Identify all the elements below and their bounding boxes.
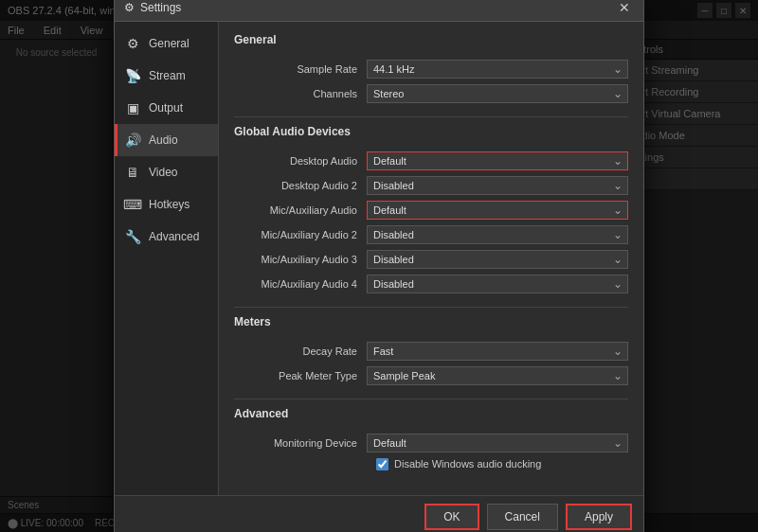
desktop-audio-row: Desktop Audio Default Disabled — [234, 151, 628, 170]
meters-section: Meters Decay Rate Fast Medium Slow Pe — [234, 315, 628, 385]
meters-title: Meters — [234, 315, 628, 332]
peak-meter-dropdown-wrapper: Sample Peak True Peak — [367, 366, 628, 385]
sample-rate-dropdown[interactable]: 44.1 kHz 48 kHz — [367, 60, 628, 79]
ok-button[interactable]: OK — [424, 504, 478, 530]
nav-label-hotkeys: Hotkeys — [149, 198, 190, 211]
mic-audio-dropdown-wrapper: Default Disabled — [367, 201, 628, 220]
divider-3 — [234, 399, 628, 399]
mic-audio-4-dropdown-wrapper: Disabled Default — [367, 275, 628, 293]
nav-item-video[interactable]: 🖥 Video — [115, 156, 218, 188]
desktop-audio-2-dropdown-wrapper: Disabled Default — [367, 176, 628, 195]
mic-audio-2-dropdown-wrapper: Disabled Default — [367, 225, 628, 244]
global-audio-title: Global Audio Devices — [234, 125, 628, 142]
nav-item-general[interactable]: ⚙ General — [115, 27, 218, 60]
modal-overlay: ⚙ Settings ✕ ⚙ General 📡 Stream ▣ Output — [0, 0, 758, 532]
nav-label-video: Video — [149, 166, 177, 179]
nav-label-output: Output — [149, 101, 183, 115]
settings-dialog: ⚙ Settings ✕ ⚙ General 📡 Stream ▣ Output — [114, 0, 644, 532]
mic-audio-4-label: Mic/Auxiliary Audio 4 — [234, 278, 367, 290]
monitoring-device-label: Monitoring Device — [234, 437, 367, 449]
channels-label: Channels — [234, 88, 367, 99]
audio-nav-icon: 🔊 — [124, 132, 141, 149]
decay-rate-dropdown[interactable]: Fast Medium Slow — [367, 342, 628, 361]
nav-label-advanced: Advanced — [149, 230, 199, 243]
nav-item-audio[interactable]: 🔊 Audio — [115, 124, 218, 156]
sample-rate-dropdown-wrapper: 44.1 kHz 48 kHz — [367, 60, 628, 79]
mic-audio-label: Mic/Auxiliary Audio — [234, 204, 367, 216]
nav-label-audio: Audio — [149, 133, 178, 147]
divider-2 — [234, 307, 628, 308]
peak-meter-dropdown[interactable]: Sample Peak True Peak — [367, 366, 628, 385]
desktop-audio-label: Desktop Audio — [234, 155, 367, 167]
decay-rate-label: Decay Rate — [234, 346, 367, 357]
monitoring-device-dropdown-wrapper: Default — [367, 434, 628, 452]
monitoring-device-row: Monitoring Device Default — [234, 434, 628, 452]
nav-label-general: General — [149, 37, 190, 50]
video-icon: 🖥 — [124, 164, 141, 181]
mic-audio-3-dropdown-wrapper: Disabled Default — [367, 250, 628, 269]
mic-audio-2-label: Mic/Auxiliary Audio 2 — [234, 229, 367, 240]
audio-ducking-checkbox[interactable] — [376, 458, 388, 470]
settings-icon: ⚙ — [124, 1, 135, 14]
desktop-audio-2-label: Desktop Audio 2 — [234, 180, 367, 191]
mic-audio-4-row: Mic/Auxiliary Audio 4 Disabled Default — [234, 275, 628, 293]
channels-dropdown[interactable]: Stereo Mono — [367, 84, 628, 103]
mic-audio-3-dropdown[interactable]: Disabled Default — [367, 250, 628, 269]
dialog-title: ⚙ Settings — [124, 1, 181, 14]
decay-rate-dropdown-wrapper: Fast Medium Slow — [367, 342, 628, 361]
channels-row: Channels Stereo Mono — [234, 84, 628, 103]
mic-audio-3-label: Mic/Auxiliary Audio 3 — [234, 254, 367, 265]
mic-audio-2-dropdown[interactable]: Disabled Default — [367, 225, 628, 244]
desktop-audio-dropdown[interactable]: Default Disabled — [367, 151, 628, 170]
mic-audio-3-row: Mic/Auxiliary Audio 3 Disabled Default — [234, 250, 628, 269]
stream-icon: 📡 — [124, 67, 141, 84]
desktop-audio-dropdown-wrapper: Default Disabled — [367, 151, 628, 170]
nav-label-stream: Stream — [149, 69, 186, 82]
nav-item-stream[interactable]: 📡 Stream — [115, 60, 218, 92]
settings-content: General Sample Rate 44.1 kHz 48 kHz Chan… — [219, 22, 643, 495]
dialog-title-bar: ⚙ Settings ✕ — [115, 0, 643, 22]
sample-rate-row: Sample Rate 44.1 kHz 48 kHz — [234, 60, 628, 79]
apply-button[interactable]: Apply — [566, 504, 632, 530]
hotkeys-icon: ⌨ — [124, 196, 141, 213]
peak-meter-row: Peak Meter Type Sample Peak True Peak — [234, 366, 628, 385]
global-audio-section: Global Audio Devices Desktop Audio Defau… — [234, 125, 628, 293]
audio-ducking-row: Disable Windows audio ducking — [376, 458, 628, 470]
general-section-title: General — [234, 33, 628, 50]
dialog-close-button[interactable]: ✕ — [615, 0, 634, 17]
mic-audio-2-row: Mic/Auxiliary Audio 2 Disabled Default — [234, 225, 628, 244]
output-icon: ▣ — [124, 99, 141, 116]
general-icon: ⚙ — [124, 35, 141, 52]
desktop-audio-2-row: Desktop Audio 2 Disabled Default — [234, 176, 628, 195]
advanced-icon: 🔧 — [124, 228, 141, 245]
general-section: General Sample Rate 44.1 kHz 48 kHz Chan… — [234, 33, 628, 103]
mic-audio-4-dropdown[interactable]: Disabled Default — [367, 275, 628, 293]
nav-item-advanced[interactable]: 🔧 Advanced — [115, 221, 218, 253]
nav-item-hotkeys[interactable]: ⌨ Hotkeys — [115, 188, 218, 221]
mic-audio-dropdown[interactable]: Default Disabled — [367, 201, 628, 220]
audio-ducking-label: Disable Windows audio ducking — [394, 458, 541, 470]
divider-1 — [234, 116, 628, 117]
monitoring-device-dropdown[interactable]: Default — [367, 434, 628, 452]
channels-dropdown-wrapper: Stereo Mono — [367, 84, 628, 103]
cancel-button[interactable]: Cancel — [487, 504, 558, 530]
settings-sidebar: ⚙ General 📡 Stream ▣ Output 🔊 Audio 🖥 — [115, 22, 219, 495]
dialog-body: ⚙ General 📡 Stream ▣ Output 🔊 Audio 🖥 — [115, 22, 643, 495]
decay-rate-row: Decay Rate Fast Medium Slow — [234, 342, 628, 361]
desktop-audio-2-dropdown[interactable]: Disabled Default — [367, 176, 628, 195]
nav-item-output[interactable]: ▣ Output — [115, 92, 218, 124]
sample-rate-label: Sample Rate — [234, 63, 367, 75]
advanced-title: Advanced — [234, 407, 628, 424]
dialog-footer: OK Cancel Apply — [115, 495, 643, 533]
peak-meter-label: Peak Meter Type — [234, 370, 367, 381]
mic-audio-row: Mic/Auxiliary Audio Default Disabled — [234, 201, 628, 220]
advanced-audio-section: Advanced Monitoring Device Default Disab… — [234, 407, 628, 470]
